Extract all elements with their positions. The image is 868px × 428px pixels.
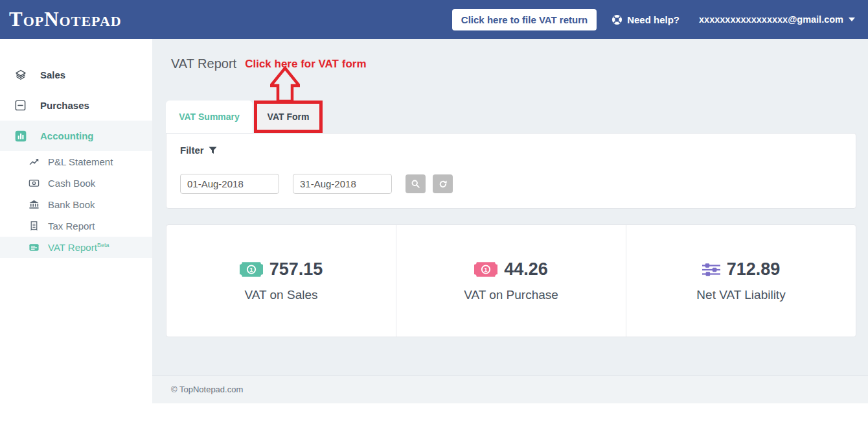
search-icon [411, 179, 420, 189]
filter-controls [180, 174, 453, 194]
money-check-icon [29, 242, 40, 253]
account-menu[interactable]: xxxxxxxxxxxxxxxxx@gmail.com [699, 14, 855, 25]
refresh-icon [439, 180, 448, 189]
filter-panel: Filter [166, 133, 856, 209]
sidebar-item-label: Accounting [40, 130, 94, 141]
sidebar-item-sales[interactable]: Sales [0, 60, 152, 90]
sidebar-item-label: P&L Statement [48, 156, 113, 167]
sidebar-item-label: VAT ReportBeta [48, 242, 109, 253]
line-chart-icon [29, 156, 40, 167]
bank-icon [29, 199, 40, 210]
main-content: VAT Report Click here for VAT form VAT S… [152, 39, 868, 428]
file-vat-return-button[interactable]: Click here to file VAT return [452, 9, 597, 30]
caret-down-icon [849, 18, 855, 21]
stat-net-vat-liability: 712.89 Net VAT Liability [626, 225, 856, 337]
app-logo[interactable]: TopNotepad [9, 8, 122, 31]
title-row: VAT Report Click here for VAT form [171, 56, 367, 71]
copyright-text: © TopNotepad.com [171, 385, 243, 394]
beta-badge: Beta [97, 242, 109, 248]
stat-value: 757.15 [269, 259, 323, 279]
up-block-arrow-icon [270, 67, 300, 102]
funnel-icon [209, 147, 217, 154]
sidebar-item-purchases[interactable]: Purchases [0, 90, 152, 121]
money-bill-icon [29, 178, 40, 189]
sidebar-item-label: Sales [40, 69, 65, 80]
need-help-label: Need help? [627, 14, 680, 25]
svg-text:1: 1 [249, 266, 253, 273]
minus-square-icon [14, 99, 27, 112]
stat-label: VAT on Sales [244, 288, 317, 302]
sidebar-item-label: Purchases [40, 100, 89, 111]
money-bill-icon: 1 [240, 262, 263, 277]
receipt-icon [29, 220, 40, 232]
stat-vat-on-purchase: 1 44.26 VAT on Purchase [396, 225, 626, 337]
stat-vat-on-sales: 1 757.15 VAT on Sales [166, 225, 396, 337]
money-bill-icon: 1 [474, 262, 497, 277]
tab-vat-form[interactable]: VAT Form [254, 101, 323, 133]
sidebar-item-bank-book[interactable]: Bank Book [0, 194, 152, 215]
sidebar-item-label: Cash Book [48, 178, 95, 189]
tab-vat-summary[interactable]: VAT Summary [166, 101, 253, 133]
stat-label: Net VAT Liability [696, 288, 785, 302]
app-window: TopNotepad Click here to file VAT return… [0, 0, 868, 428]
vat-summary-stats: 1 757.15 VAT on Sales 1 [166, 224, 856, 337]
sidebar-item-vat-report[interactable]: VAT ReportBeta [0, 237, 152, 258]
search-button[interactable] [405, 174, 426, 193]
header-actions: Click here to file VAT return Need help?… [452, 9, 855, 30]
page-title: VAT Report [171, 56, 236, 71]
refresh-button[interactable] [433, 174, 453, 193]
sidebar-item-tax-report[interactable]: Tax Report [0, 215, 152, 237]
sliders-icon [702, 262, 720, 278]
sidebar-item-pl-statement[interactable]: P&L Statement [0, 151, 152, 172]
footer: © TopNotepad.com [152, 375, 868, 403]
sidebar-item-cash-book[interactable]: Cash Book [0, 172, 152, 194]
filter-label: Filter [180, 145, 217, 156]
date-to-input[interactable] [293, 174, 392, 194]
sidebar-item-accounting[interactable]: Accounting [0, 121, 152, 151]
svg-text:1: 1 [485, 266, 488, 273]
tab-bar: VAT Summary VAT Form [166, 101, 323, 133]
date-from-input[interactable] [180, 174, 279, 194]
layers-icon [14, 69, 27, 82]
stat-value: 44.26 [504, 259, 548, 279]
account-email: xxxxxxxxxxxxxxxxx@gmail.com [699, 14, 843, 25]
need-help-link[interactable]: Need help? [611, 14, 680, 26]
bottom-strip [152, 403, 868, 428]
life-ring-icon [611, 14, 623, 26]
stat-label: VAT on Purchase [464, 288, 558, 302]
top-header: TopNotepad Click here to file VAT return… [0, 0, 868, 39]
sidebar-item-label: Tax Report [48, 220, 95, 232]
stat-value: 712.89 [727, 259, 781, 279]
annotation-text: Click here for VAT form [245, 58, 366, 71]
sidebar-nav: Sales Purchases Accounting [0, 39, 152, 428]
sidebar-item-label: Bank Book [48, 199, 95, 210]
bar-chart-icon [14, 130, 27, 143]
